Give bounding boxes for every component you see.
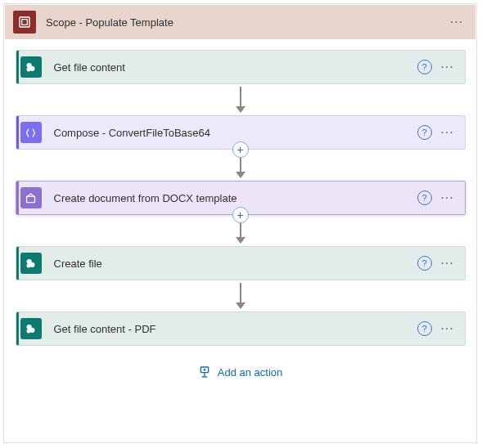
connector-arrow: + xyxy=(236,150,246,181)
action-get-file-content[interactable]: Get file content ? ··· xyxy=(16,50,466,84)
compose-icon xyxy=(16,115,46,150)
connector-arrow xyxy=(236,280,246,311)
action-label: Get file content - PDF xyxy=(54,323,417,335)
svg-point-8 xyxy=(27,263,31,267)
svg-rect-5 xyxy=(27,196,35,203)
insert-step-button[interactable]: + xyxy=(232,141,249,158)
add-action-label: Add an action xyxy=(218,366,283,379)
action-label: Get file content xyxy=(54,61,417,74)
scope-title: Scope - Populate Template xyxy=(46,16,446,29)
action-get-file-content-pdf[interactable]: Get file content - PDF ? ··· xyxy=(16,311,466,346)
scope-header[interactable]: Scope - Populate Template ··· xyxy=(5,5,475,39)
action-create-file[interactable]: Create file ? ··· xyxy=(16,246,466,280)
scope-icon xyxy=(13,11,36,34)
help-icon[interactable]: ? xyxy=(417,190,432,205)
action-label: Create document from DOCX template xyxy=(54,192,417,204)
svg-point-11 xyxy=(27,329,31,333)
action-more-button[interactable]: ··· xyxy=(437,321,458,336)
action-more-button[interactable]: ··· xyxy=(437,190,458,205)
add-action-button[interactable]: Add an action xyxy=(198,365,283,379)
sharepoint-icon xyxy=(16,246,46,280)
action-label: Create file xyxy=(54,258,417,270)
action-more-button[interactable]: ··· xyxy=(437,256,458,271)
action-more-button[interactable]: ··· xyxy=(437,60,458,74)
help-icon[interactable]: ? xyxy=(417,256,432,271)
svg-rect-0 xyxy=(20,17,29,27)
connector-arrow: + xyxy=(236,215,246,246)
help-icon[interactable]: ? xyxy=(417,321,432,336)
help-icon[interactable]: ? xyxy=(417,125,432,140)
scope-container: Scope - Populate Template ··· Get file c… xyxy=(3,3,477,443)
sharepoint-icon xyxy=(16,50,46,84)
scope-more-button[interactable]: ··· xyxy=(446,15,467,29)
svg-point-4 xyxy=(27,67,31,71)
scope-body: Get file content ? ··· Compose - Convert… xyxy=(4,40,476,385)
help-icon[interactable]: ? xyxy=(417,60,432,74)
document-icon xyxy=(16,181,46,215)
action-more-button[interactable]: ··· xyxy=(437,125,458,140)
svg-rect-1 xyxy=(22,20,28,25)
connector-arrow xyxy=(236,84,246,115)
action-label: Compose - ConvertFileToBase64 xyxy=(54,127,417,139)
insert-step-button[interactable]: + xyxy=(232,207,249,223)
sharepoint-icon xyxy=(16,311,46,346)
